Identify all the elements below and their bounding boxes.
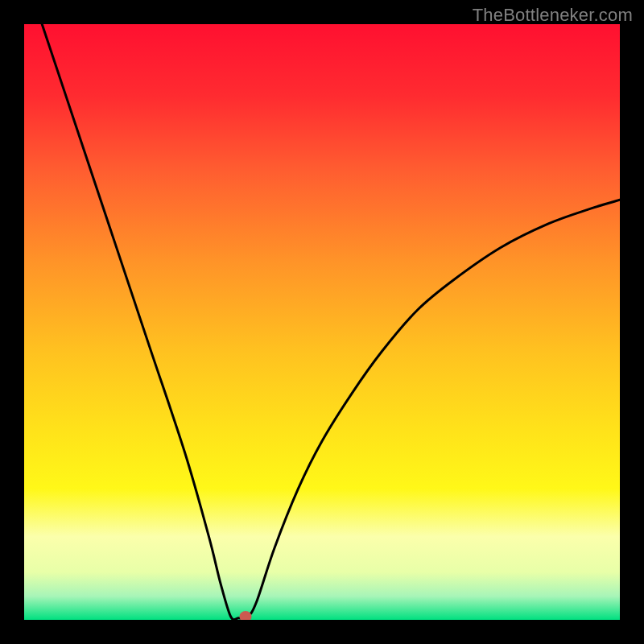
chart-curve <box>24 24 620 620</box>
watermark-text: TheBottleneker.com <box>473 5 633 26</box>
chart-plot-area <box>24 24 620 620</box>
minimum-marker <box>240 611 252 620</box>
